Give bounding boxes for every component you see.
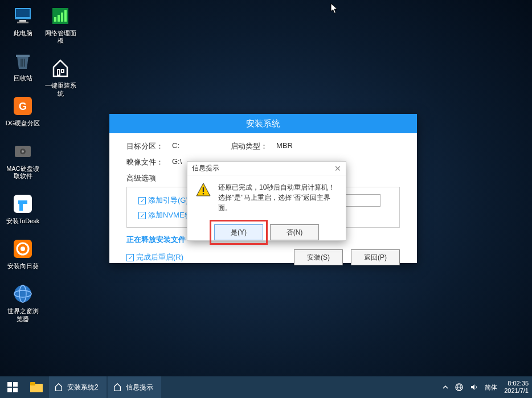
svg-rect-34 — [30, 382, 35, 385]
desktop-icon-mac-disk[interactable]: MAC硬盘读取软件 — [5, 140, 41, 180]
mouse-cursor-icon — [330, 3, 339, 14]
taskbar-task-installer[interactable]: 安装系统2 — [49, 376, 107, 398]
task-label: 安装系统2 — [67, 383, 99, 392]
svg-point-12 — [22, 150, 24, 153]
svg-rect-7 — [24, 59, 25, 67]
house-icon — [49, 57, 72, 80]
todesk-icon — [11, 192, 34, 215]
no-button[interactable]: 否(N) — [270, 224, 319, 240]
icon-label: 世界之窗浏览器 — [5, 307, 41, 322]
icon-label: 安装向日葵 — [7, 262, 39, 270]
svg-rect-22 — [58, 15, 60, 22]
boot-type-label: 启动类型： — [231, 141, 276, 151]
icon-label: MAC硬盘读取软件 — [5, 165, 41, 180]
desktop-icon-net-panel[interactable]: 网络管理面板 — [42, 5, 79, 44]
dg-icon: G — [11, 95, 34, 117]
desktop-icon-todesk[interactable]: 安装ToDesk — [5, 192, 41, 225]
tray-network-icon[interactable] — [455, 383, 463, 391]
close-icon[interactable]: ✕ — [334, 164, 341, 173]
tray-clock[interactable]: 8:02:35 2021/7/1 — [504, 380, 529, 395]
svg-rect-29 — [7, 382, 12, 387]
svg-rect-6 — [22, 59, 23, 67]
house-icon — [54, 382, 64, 392]
desktop-icon-onekey[interactable]: 一键重装系统 — [42, 57, 79, 97]
dialog-message-1: 还原已完成，10秒后自动重启计算机！ — [218, 182, 338, 192]
sunflower-icon — [11, 237, 34, 260]
svg-rect-23 — [61, 13, 63, 22]
svg-point-16 — [21, 247, 25, 251]
svg-rect-31 — [7, 388, 12, 392]
ime-label[interactable]: 简体 — [485, 383, 497, 392]
icon-label: 网络管理面板 — [42, 30, 79, 44]
svg-rect-4 — [16, 55, 30, 57]
house-icon — [112, 382, 122, 392]
taskbar-explorer-icon[interactable] — [25, 376, 48, 398]
svg-rect-2 — [19, 20, 26, 22]
clock-time: 8:02:35 — [504, 380, 529, 387]
svg-rect-30 — [13, 382, 18, 387]
svg-rect-25 — [58, 69, 60, 75]
back-button[interactable]: 返回(P) — [351, 249, 400, 265]
tray-volume-icon[interactable] — [470, 383, 478, 391]
installer-title: 安装系统 — [109, 114, 417, 133]
desktop-icon-browser[interactable]: 世界之窗浏览器 — [5, 282, 41, 322]
target-partition-value: C: — [172, 141, 179, 151]
warning-icon — [195, 182, 211, 198]
svg-rect-26 — [62, 69, 64, 72]
globe-icon — [11, 282, 34, 305]
computer-icon — [11, 5, 34, 27]
svg-rect-5 — [21, 59, 22, 67]
dialog-title-text: 信息提示 — [192, 163, 219, 173]
desktop-icon-this-pc[interactable]: 此电脑 — [5, 5, 41, 37]
svg-text:G: G — [19, 101, 27, 112]
icon-label: DG硬盘分区 — [6, 120, 40, 127]
svg-rect-3 — [17, 22, 28, 23]
svg-rect-28 — [203, 193, 204, 194]
task-label: 信息提示 — [126, 383, 153, 392]
target-partition-label: 目标分区： — [126, 141, 172, 151]
desktop-icon-recycle-bin[interactable]: 回收站 — [5, 50, 41, 82]
tray-chevron-icon[interactable] — [443, 384, 448, 390]
svg-rect-24 — [64, 10, 67, 22]
install-button[interactable]: 安装(S) — [294, 249, 343, 265]
disk-icon — [11, 140, 34, 163]
image-file-value: G:\ — [172, 157, 182, 167]
desktop-icon-sunflower[interactable]: 安装向日葵 — [5, 237, 41, 270]
svg-rect-27 — [203, 187, 204, 192]
icon-label: 此电脑 — [14, 30, 32, 37]
svg-rect-1 — [16, 9, 30, 17]
trash-icon — [11, 50, 34, 72]
dialog-message-2: 选择"是"马上重启，选择"否"返回主界面。 — [218, 192, 338, 213]
taskbar-task-dialog[interactable]: 信息提示 — [108, 376, 161, 398]
svg-rect-21 — [54, 17, 56, 22]
icon-label: 回收站 — [14, 75, 32, 82]
start-button[interactable] — [0, 376, 25, 398]
boot-type-value: MBR — [276, 141, 293, 151]
svg-point-17 — [14, 285, 31, 302]
taskbar: 安装系统2 信息提示 简体 8:02:35 2021/7/1 — [0, 376, 532, 398]
image-file-label: 映像文件： — [126, 157, 172, 167]
desktop-icon-dg[interactable]: G DG硬盘分区 — [5, 95, 41, 127]
clock-date: 2021/7/1 — [504, 387, 529, 395]
yes-button[interactable]: 是(Y) — [214, 224, 263, 240]
info-dialog: 信息提示 ✕ 还原已完成，10秒后自动重启计算机！ 选择"是"马上重启，选择"否… — [187, 161, 346, 241]
svg-rect-32 — [13, 388, 18, 392]
panel-icon — [49, 5, 72, 27]
icon-label: 安装ToDesk — [6, 218, 40, 225]
icon-label: 一键重装系统 — [42, 82, 79, 97]
checkbox-restart[interactable]: ✓完成后重启(R) — [126, 252, 183, 262]
